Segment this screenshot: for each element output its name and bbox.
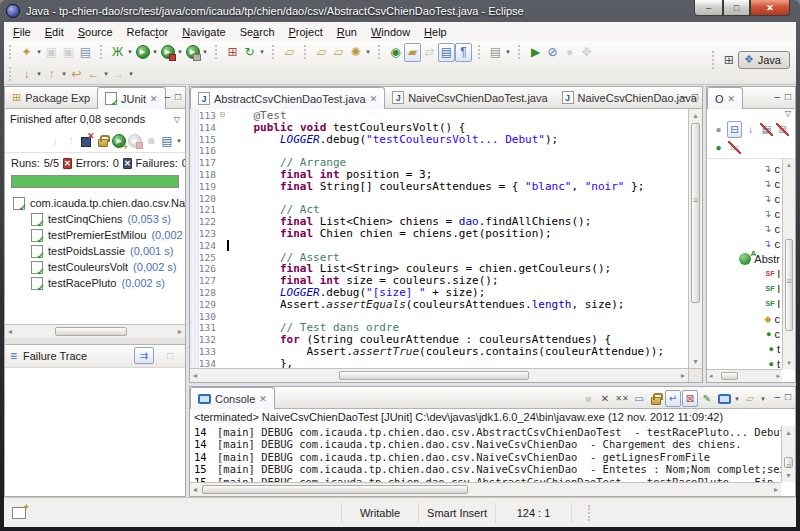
show-source-toggle[interactable]: ▤ bbox=[438, 43, 455, 62]
scrollbar-thumb[interactable] bbox=[202, 485, 468, 494]
line-number[interactable]: 131 bbox=[190, 322, 218, 334]
line-number[interactable]: 127 bbox=[190, 275, 218, 287]
scroll-lock-toggle[interactable] bbox=[648, 390, 664, 407]
line-number[interactable]: 129 bbox=[190, 299, 218, 311]
mark-occurrences-toggle[interactable]: ▰ bbox=[404, 43, 421, 62]
minimize-editor-icon[interactable]: ‒ bbox=[681, 91, 687, 102]
show-on-output-toggle[interactable]: ⊠ bbox=[682, 390, 698, 407]
annotation-element-dropdown[interactable]: ▾ bbox=[504, 48, 512, 56]
maximize-view-icon[interactable]: □ bbox=[785, 91, 791, 102]
console-vertical-scrollbar[interactable]: ▴ ▾ bbox=[781, 426, 795, 482]
fold-collapse-icon[interactable]: ⊟ bbox=[220, 110, 225, 119]
editor-tab[interactable]: J NaiveCsvChienDaoTest.java bbox=[385, 87, 554, 108]
editor-vertical-scrollbar[interactable]: ▴ ▾ bbox=[688, 109, 702, 368]
line-number[interactable]: 130 bbox=[190, 311, 218, 323]
scrollbar-thumb[interactable] bbox=[785, 239, 793, 331]
menu-item[interactable]: Search bbox=[233, 24, 282, 40]
show-whitespace-toggle[interactable]: ¶ bbox=[455, 43, 472, 62]
scrollbar-thumb[interactable] bbox=[691, 123, 700, 303]
hide-fields-toggle[interactable]: ▤ bbox=[759, 121, 774, 138]
terminate-button[interactable]: ■ bbox=[580, 390, 596, 407]
code-line[interactable]: 119 final String[] couleursAttendues = {… bbox=[190, 181, 688, 193]
tab-close-icon[interactable]: ✕ bbox=[370, 94, 378, 104]
view-menu-icon[interactable]: ▽ bbox=[785, 109, 791, 121]
remove-all-terminated-button[interactable]: ✕✕ bbox=[614, 390, 630, 407]
suspend-button[interactable]: ● bbox=[561, 43, 578, 62]
scrollbar-thumb[interactable] bbox=[721, 372, 738, 380]
tab-close-icon[interactable]: ✕ bbox=[259, 394, 267, 404]
open-task-button[interactable]: ▱ bbox=[281, 43, 298, 62]
outline-item[interactable]: SF l bbox=[707, 281, 782, 296]
line-number[interactable]: 114 bbox=[190, 122, 218, 134]
outline-item[interactable]: ↴ c bbox=[707, 206, 782, 221]
minimize-view-icon[interactable]: ‒ bbox=[774, 391, 780, 402]
close-button[interactable]: ✕ bbox=[750, 0, 790, 16]
rerun-test-button[interactable]: ▶ bbox=[111, 131, 127, 150]
save-all-button[interactable]: ▣ bbox=[60, 43, 77, 62]
outline-item[interactable]: SF l bbox=[707, 296, 782, 311]
outline-item[interactable]: ↴ c bbox=[707, 191, 782, 206]
scroll-left-icon[interactable]: ◂ bbox=[193, 371, 197, 380]
tab-package-explorer[interactable]: ⊞ Package Exp bbox=[5, 87, 97, 108]
restore-button[interactable]: □ bbox=[723, 0, 750, 16]
scrollbar-thumb[interactable] bbox=[784, 457, 793, 468]
java-perspective-button[interactable]: ❖ Java bbox=[738, 51, 790, 69]
sort-button[interactable]: ↓ bbox=[743, 121, 758, 138]
outline-item[interactable]: ● t bbox=[707, 341, 782, 356]
line-number[interactable]: 121 bbox=[190, 204, 218, 216]
display-console-dropdown[interactable]: ▾ bbox=[733, 395, 741, 403]
test-history-dropdown[interactable]: ▾ bbox=[175, 137, 183, 145]
show-failures-only-toggle[interactable] bbox=[79, 131, 95, 150]
word-wrap-toggle[interactable]: ↵ bbox=[665, 390, 681, 407]
build-button[interactable]: ↻ bbox=[241, 43, 258, 62]
junit-horizontal-scrollbar[interactable]: ◂ ▸ bbox=[5, 324, 185, 338]
open-console-button[interactable]: ▱ bbox=[742, 390, 758, 407]
code-line[interactable]: 129 Assert.assertEquals(couleursAttendue… bbox=[190, 299, 688, 311]
external-tools-button[interactable]: ▶ bbox=[184, 43, 201, 62]
line-number[interactable]: 119 bbox=[190, 181, 218, 193]
tab-junit[interactable]: JUnit ✕ bbox=[97, 87, 166, 109]
code-line[interactable]: 115 LOGGER.debug("testCouleursVolt... De… bbox=[190, 134, 688, 146]
line-number[interactable]: 118 bbox=[190, 169, 218, 181]
test-row[interactable]: testCinqChiens (0,053 s) bbox=[5, 211, 185, 227]
scroll-up-icon[interactable]: ▴ bbox=[693, 111, 697, 120]
rerun-failed-button[interactable]: ▶ bbox=[127, 131, 143, 150]
scroll-right-icon[interactable]: ▸ bbox=[178, 327, 182, 336]
tab-console[interactable]: Console ✕ bbox=[190, 387, 275, 409]
resume-button[interactable]: ▶ bbox=[527, 43, 544, 62]
next-annotation-dropdown[interactable]: ▾ bbox=[35, 70, 43, 78]
menu-item[interactable]: Refactor bbox=[120, 24, 176, 40]
scrollbar-thumb[interactable] bbox=[55, 327, 127, 336]
menu-item[interactable]: Help bbox=[417, 24, 454, 40]
forward-button[interactable]: → bbox=[110, 65, 127, 84]
last-edit-location-button[interactable]: ↩ bbox=[68, 65, 85, 84]
test-suite-row[interactable]: com.icauda.tp.chien.dao.csv.NaiveC bbox=[5, 195, 185, 211]
menu-item[interactable]: Run bbox=[330, 24, 364, 40]
search-torch-dropdown[interactable]: ▾ bbox=[364, 48, 372, 56]
test-row[interactable]: testPoidsLassie (0,001 s) bbox=[5, 243, 185, 259]
line-number[interactable]: 132 bbox=[190, 334, 218, 346]
pin-console-button[interactable]: ✎ bbox=[699, 390, 715, 407]
tab-close-icon[interactable]: ✕ bbox=[728, 94, 736, 104]
outline-item[interactable]: SF l bbox=[707, 266, 782, 281]
open-resource-button[interactable]: ▱ bbox=[330, 43, 347, 62]
test-row[interactable]: testPremierEstMilou (0,002 s) bbox=[5, 227, 185, 243]
maximize-editor-icon[interactable]: □ bbox=[692, 91, 698, 102]
run-button[interactable]: ▶ bbox=[134, 43, 151, 62]
scroll-down-icon[interactable]: ▾ bbox=[787, 359, 791, 367]
clear-console-button[interactable]: ▭ bbox=[631, 390, 647, 407]
scroll-down-icon[interactable]: ▾ bbox=[693, 357, 697, 366]
code-line[interactable]: 123 final Chien chien = chiens.get(posit… bbox=[190, 228, 688, 240]
menu-item[interactable]: Window bbox=[364, 24, 417, 40]
tab-outline[interactable]: O ✕ bbox=[707, 87, 743, 109]
drag-hand-button[interactable]: ✥ bbox=[578, 43, 595, 62]
run-configurations-button[interactable]: ▶ bbox=[159, 43, 176, 62]
open-type-button[interactable]: ▱ bbox=[313, 43, 330, 62]
line-number[interactable]: 133 bbox=[190, 346, 218, 358]
menu-item[interactable]: Project bbox=[282, 24, 330, 40]
scroll-down-icon[interactable]: ▾ bbox=[786, 471, 790, 480]
collapse-all-button[interactable]: ⊟ bbox=[727, 121, 742, 138]
open-console-dropdown[interactable]: ▾ bbox=[759, 395, 767, 403]
line-number[interactable]: 123 bbox=[190, 228, 218, 240]
menu-item[interactable]: Source bbox=[71, 24, 120, 40]
